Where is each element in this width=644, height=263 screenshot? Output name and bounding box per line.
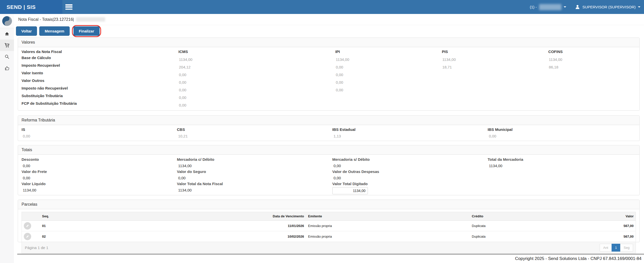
company-dropdown[interactable]: (1) - [530,4,566,10]
cell-value [545,69,639,77]
reforma-fields: IS 0,00 CBS 10,21 IBS Estadual 1,13 IBS … [18,125,639,141]
finalizar-highlight-annotation: Finalizar [72,25,101,37]
column-header: Seq. [40,212,222,221]
column-header: ICMS [175,47,332,54]
cell-value [545,92,639,100]
cell-value [545,85,639,92]
edit-row-button[interactable] [24,233,31,240]
column-header: IPI [332,47,438,54]
cell-value [438,69,545,77]
column-header: Emitente [306,212,470,221]
finalizar-button[interactable]: Finalizar [73,26,100,36]
field-label: Valor do Frete [22,169,171,174]
field-value: 1134,00 [488,164,637,168]
cell-vencimento: 10/02/2026 [222,231,306,242]
pagination: Ant 1 Seg [600,244,633,252]
field-label: Valor Total Digitado [332,182,482,186]
cell-valor: 567,00 [603,231,636,242]
cell-value [438,85,545,92]
cell-vencimento: 11/01/2026 [222,221,306,231]
parcelas-footer: Página 1 de 1 Ant 1 Seg [22,242,636,253]
panel-totais-title: Totais [18,145,639,155]
valor-total-digitado-input[interactable] [332,187,368,194]
cell-valor: 567,00 [603,221,636,231]
chevron-down-icon [638,6,640,8]
cell-value [438,92,545,100]
field: IS 0,00 [18,127,173,138]
pencil-icon [26,235,29,238]
field: Valor Total da Nota Fiscal 1134,00 [173,181,329,194]
field-label: Desconto [22,157,171,162]
cell-value: 0,00 [175,92,332,100]
table-row: Imposto Recuperável 204,12 0,00 18,71 86… [18,62,639,69]
top-navbar: SEND | SIS (1) - SUPERVISOR (SUPERVISOR) [0,0,644,14]
pagination-prev-button[interactable]: Ant [600,244,612,252]
field-value: 1134,00 [177,188,326,192]
cell-value: 0,00 [175,69,332,77]
cell-seq: 02 [40,231,222,242]
cell-value: 1134,00 [545,54,639,62]
sidebar-item-search[interactable] [0,51,14,62]
cell-value: 0,00 [332,62,438,69]
hamburger-icon [65,4,72,6]
pagination-next-button[interactable]: Seg [620,244,633,252]
cell-value: 0,00 [175,77,332,85]
table-row: FCP de Substituição Tributária 0,00 [18,100,639,108]
field: IBS Estadual 1,13 [329,127,484,138]
cell-value: 204,12 [175,62,332,69]
hamburger-icon [65,9,72,10]
row-label: Substituição Tributária [18,92,175,100]
breadcrumb: Nota Fiscal - Totais|23.127216| [14,14,644,25]
cell-value [545,77,639,85]
field-label: IS [22,127,171,132]
sidebar-item-like[interactable] [0,62,14,74]
cell-value: 86,18 [545,62,639,69]
field: Valor do Seguro 0,00 [173,168,329,180]
parcelas-table: Seq. Data de Vencimento Emitente Crédito… [22,212,636,242]
parcelas-header-row: Seq. Data de Vencimento Emitente Crédito… [22,212,636,221]
brand-block: SEND | SIS [0,0,62,14]
row-label: Valor Outros [18,77,175,85]
column-header: Data de Vencimento [222,212,306,221]
field-label: Mercadoria c/ Débito [177,157,326,162]
cell-seq: 01 [40,221,222,231]
valores-table: Valores da Nota Fiscal ICMS IPI PIS COFI… [18,47,639,108]
totais-fields: Desconto 0,00 Mercadoria c/ Débito 1134,… [18,155,639,197]
cell-value [438,77,545,85]
mensagem-button[interactable]: Mensagem [39,26,70,36]
pagination-page-1-button[interactable]: 1 [612,244,620,252]
user-dropdown[interactable]: SUPERVISOR (SUPERVISOR) [575,4,640,10]
field-label: Mercadoria s/ Débito [332,157,482,162]
field-label: CBS [177,127,326,132]
panel-parcelas-title: Parcelas [18,200,639,209]
cell-credito: Duplicata [470,221,603,231]
edit-row-button[interactable] [24,222,31,230]
menu-toggle-button[interactable] [65,4,72,10]
field: IBS Municipal 0,00 [484,127,639,138]
sidebar-item-cart[interactable] [0,40,14,51]
page-summary: Página 1 de 1 [25,246,48,250]
voltar-button[interactable]: Voltar [16,26,37,36]
field-value: 0,00 [22,176,171,180]
table-row: Imposto não Recuperável 0,00 0,00 [18,85,639,92]
cell-value: 1134,00 [332,54,438,62]
page-title: Nota Fiscal - Totais|23.127216| [18,17,74,22]
field: Valor do Frete 0,00 [18,168,173,180]
page-footer: Copyright 2025 - Send Solutions Ltda - C… [17,254,644,261]
cell-value: 1134,00 [438,54,545,62]
table-row: Valor Outros 0,00 0,00 [18,77,639,85]
field-value: 0,00 [177,176,326,180]
action-toolbar: Voltar Mensagem Finalizar [16,25,101,37]
cell-value [332,92,438,100]
field: Total da Mercadoria 1134,00 [484,156,639,168]
cell-value: 1134,00 [175,54,332,62]
field-label: Valor Total da Nota Fiscal [177,182,326,186]
row-actions [22,231,40,242]
cell-value [438,100,545,108]
cell-value [545,100,639,108]
column-header: Valor [603,212,636,221]
sidebar-item-home[interactable] [0,28,14,40]
panel-totais: Totais Desconto 0,00 Mercadoria c/ Débit… [18,145,640,195]
cell-value: 0,00 [332,77,438,85]
table-row: Base de Cálculo 1134,00 1134,00 1134,00 … [18,54,639,62]
